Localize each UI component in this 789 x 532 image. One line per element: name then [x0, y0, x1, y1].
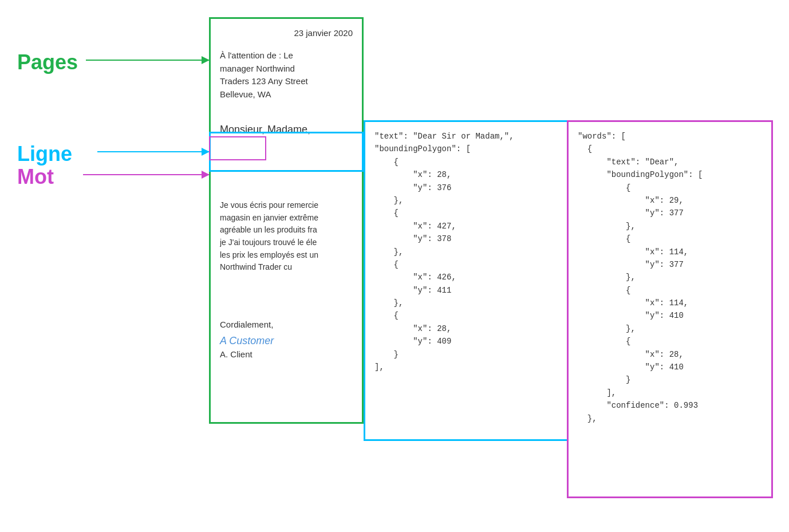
address-line4: Bellevue, WA — [220, 89, 271, 99]
ligne-arrow — [97, 151, 209, 152]
body-line3: agréable un les produits fra — [220, 225, 317, 234]
ligne-label: Ligne — [17, 142, 72, 166]
address-line3: Traders 123 Any Street — [220, 76, 308, 86]
body-line4: je J'ai toujours trouvé le éle — [220, 238, 317, 247]
address-line1: À l'attention de : Le — [220, 50, 293, 60]
mot-arrow — [83, 174, 209, 175]
address-block: À l'attention de : Le manager Northwind … — [220, 49, 353, 101]
json-line-box: "text": "Dear Sir or Madam,", "boundingP… — [364, 120, 570, 441]
json-line-content: "text": "Dear Sir or Madam,", "boundingP… — [374, 130, 559, 373]
word-highlight-box — [209, 136, 266, 160]
body-line6: Northwind Trader cu — [220, 262, 292, 271]
date: 23 janvier 2020 — [220, 28, 353, 38]
address-line2: manager Northwind — [220, 64, 295, 73]
page-box: 23 janvier 2020 À l'attention de : Le ma… — [209, 17, 364, 424]
body-line1: Je vous écris pour remercie — [220, 200, 318, 210]
json-word-box: "words": [ { "text": "Dear", "boundingPo… — [567, 120, 773, 498]
pages-label: Pages — [17, 50, 78, 74]
signature-name: A. Client — [220, 349, 353, 359]
mot-label: Mot — [17, 165, 54, 189]
pages-arrow — [86, 60, 209, 61]
body-text: Je vous écris pour remercie magasin en j… — [220, 199, 353, 274]
signature-italic: A Customer — [220, 335, 353, 347]
body-line5: les prix les employés est un — [220, 250, 318, 259]
body-line2: magasin en janvier extrême — [220, 213, 318, 222]
closing: Cordialement, A Customer A. Client — [220, 320, 353, 359]
json-word-content: "words": [ { "text": "Dear", "boundingPo… — [578, 130, 762, 425]
